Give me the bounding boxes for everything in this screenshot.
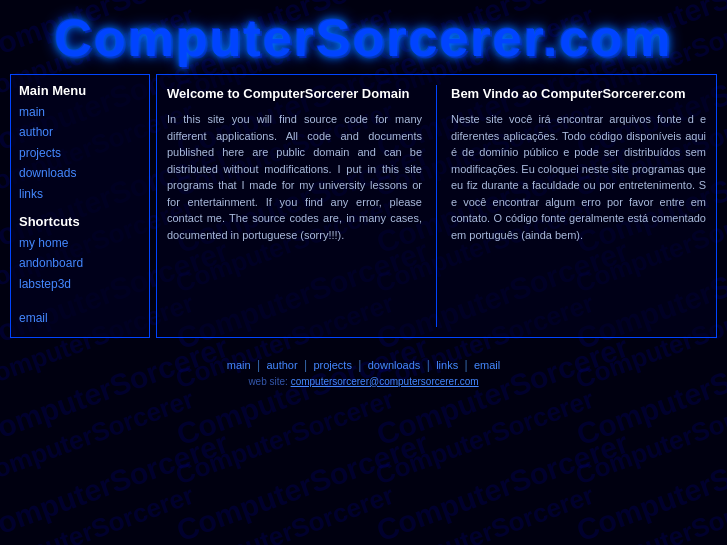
welcome-en-title: Welcome to ComputerSorcerer Domain [167,85,422,103]
sidebar-link-main[interactable]: main [19,102,141,122]
site-header: ComputerSorcerer.com [0,0,727,74]
welcome-pt-body: Neste site você irá encontrar arquivos f… [451,111,706,243]
welcome-en-body: In this site you will find source code f… [167,111,422,243]
sidebar-link-downloads[interactable]: downloads [19,163,141,183]
welcome-pt-title: Bem Vindo ao ComputerSorcerer.com [451,85,706,103]
sidebar-link-email[interactable]: email [19,308,141,328]
footer-link-email[interactable]: email [471,359,503,371]
footer-link-projects[interactable]: projects [310,359,355,371]
shortcuts-label: Shortcuts [19,214,141,229]
footer-link-author[interactable]: author [263,359,300,371]
footer-sep-3: | [358,358,364,372]
sidebar-email-section: email [19,308,141,328]
content-area: Welcome to ComputerSorcerer Domain In th… [156,74,717,338]
content-en: Welcome to ComputerSorcerer Domain In th… [167,85,422,327]
sidebar-link-author[interactable]: author [19,122,141,142]
sidebar: Main Menu main author projects downloads… [10,74,150,338]
footer-email-line: web site: computersorcerer@computersorce… [0,376,727,387]
footer-link-main[interactable]: main [224,359,254,371]
content-pt: Bem Vindo ao ComputerSorcerer.com Neste … [451,85,706,327]
page-wrapper: ComputerSorcerer.com Main Menu main auth… [0,0,727,545]
footer-link-downloads[interactable]: downloads [365,359,424,371]
footer: main | author | projects | downloads | l… [0,346,727,393]
main-layout: Main Menu main author projects downloads… [0,74,727,338]
site-title: ComputerSorcerer.com [0,8,727,68]
sidebar-link-projects[interactable]: projects [19,143,141,163]
sidebar-link-myhome[interactable]: my home [19,233,141,253]
footer-link-links[interactable]: links [433,359,461,371]
sidebar-link-andonboard[interactable]: andonboard [19,253,141,273]
sidebar-divider: Shortcuts [19,214,141,229]
footer-email-address[interactable]: computersorcerer@computersorcerer.com [291,376,479,387]
footer-nav: main | author | projects | downloads | l… [0,358,727,372]
content-divider [436,85,437,327]
sidebar-link-links[interactable]: links [19,184,141,204]
main-menu-label: Main Menu [19,83,141,98]
footer-webmaster-label: web site: [248,376,287,387]
sidebar-link-labstep3d[interactable]: labstep3d [19,274,141,294]
footer-sep-5: | [464,358,470,372]
